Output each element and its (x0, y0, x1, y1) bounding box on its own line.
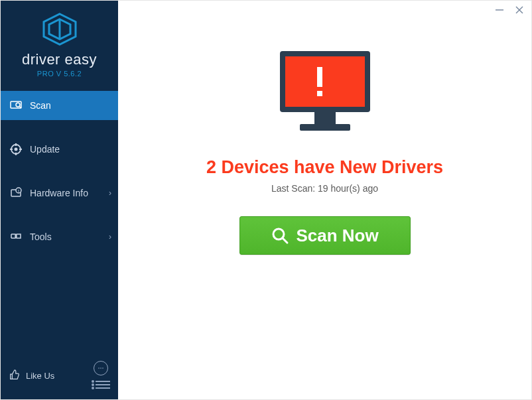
svg-rect-13 (10, 149, 13, 150)
sidebar-item-label: Scan (30, 100, 51, 111)
svg-point-10 (15, 148, 18, 151)
like-us-button[interactable]: Like Us (9, 369, 54, 383)
svg-rect-25 (314, 112, 336, 124)
feedback-icon[interactable] (94, 361, 108, 375)
svg-rect-14 (19, 149, 22, 150)
svg-rect-11 (15, 143, 17, 146)
sidebar-item-label: Update (30, 144, 60, 155)
last-scan-label: Last Scan: 19 hour(s) ago (271, 183, 378, 194)
svg-point-20 (102, 367, 103, 369)
chevron-right-icon: › (109, 232, 111, 241)
brand-thin: easy (60, 51, 97, 68)
svg-line-28 (283, 238, 287, 243)
sidebar: driver easy PRO V 5.6.2 Scan Update ! (1, 1, 118, 399)
scan-now-button[interactable]: Scan Now (239, 216, 411, 255)
chevron-right-icon: › (109, 188, 111, 198)
svg-point-19 (100, 367, 101, 369)
scan-now-label: Scan Now (296, 226, 378, 246)
window-controls (494, 5, 525, 15)
sidebar-item-label: Tools (30, 232, 52, 242)
sidebar-item-label: Hardware Info (30, 188, 88, 198)
svg-text:!: ! (18, 189, 19, 193)
version-label: PRO V 5.6.2 (1, 70, 118, 78)
scan-icon (9, 98, 23, 113)
hardware-info-icon: ! (9, 186, 23, 200)
sidebar-nav: Scan Update ! Hardware Info › Tools (1, 91, 118, 266)
search-icon (271, 226, 289, 245)
sidebar-utility-icons (92, 361, 110, 390)
monitor-alert-icon (272, 47, 378, 140)
sidebar-item-hardware-info[interactable]: ! Hardware Info › (1, 178, 118, 208)
sidebar-item-scan[interactable]: Scan (1, 91, 118, 120)
tools-icon (9, 230, 23, 244)
svg-rect-24 (317, 91, 322, 96)
svg-rect-22 (285, 56, 365, 107)
app-window: driver easy PRO V 5.6.2 Scan Update ! (0, 0, 532, 400)
status-headline: 2 Devices have New Drivers (206, 157, 443, 178)
sidebar-bottom: Like Us (1, 354, 118, 399)
svg-point-18 (98, 367, 100, 369)
thumbs-up-icon (9, 369, 21, 383)
logo-block: driver easy PRO V 5.6.2 (1, 1, 118, 83)
main-panel: 2 Devices have New Drivers Last Scan: 19… (118, 1, 531, 399)
like-us-label: Like Us (26, 371, 54, 381)
brand-bold: driver (22, 51, 60, 68)
close-button[interactable] (514, 5, 525, 15)
svg-rect-26 (300, 124, 350, 131)
brand-name: driver easy (1, 51, 118, 68)
minimize-button[interactable] (494, 5, 505, 15)
svg-rect-23 (317, 67, 322, 87)
sidebar-item-update[interactable]: Update (1, 135, 118, 164)
sidebar-item-tools[interactable]: Tools › (1, 222, 118, 251)
menu-list-icon[interactable] (92, 381, 110, 390)
update-icon (9, 142, 23, 157)
svg-rect-12 (15, 153, 17, 155)
app-logo-icon (41, 13, 78, 46)
